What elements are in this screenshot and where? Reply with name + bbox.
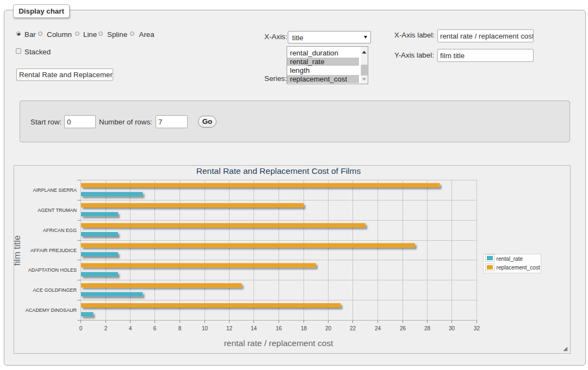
svg-text:8: 8 bbox=[178, 325, 182, 331]
svg-text:2: 2 bbox=[104, 325, 108, 331]
svg-text:14: 14 bbox=[251, 325, 257, 331]
svg-text:24: 24 bbox=[375, 325, 381, 331]
svg-text:rental_rate: rental_rate bbox=[497, 256, 523, 262]
svg-text:AFRICAN EGG: AFRICAN EGG bbox=[43, 228, 77, 233]
svg-text:30: 30 bbox=[449, 325, 455, 331]
svg-text:Rental Rate and Replacement Co: Rental Rate and Replacement Cost of Film… bbox=[196, 166, 361, 175]
svg-text:28: 28 bbox=[424, 325, 431, 331]
svg-text:AIRPLANE SIERRA: AIRPLANE SIERRA bbox=[33, 187, 77, 193]
svg-text:10: 10 bbox=[202, 325, 208, 331]
svg-text:0: 0 bbox=[79, 325, 83, 331]
svg-text:22: 22 bbox=[350, 325, 356, 331]
svg-text:20: 20 bbox=[325, 325, 332, 331]
svg-text:ADAPTATION HOLES: ADAPTATION HOLES bbox=[28, 267, 77, 273]
svg-text:AFFAIR PREJUDICE: AFFAIR PREJUDICE bbox=[30, 248, 77, 253]
svg-text:18: 18 bbox=[301, 325, 307, 331]
svg-text:6: 6 bbox=[153, 325, 157, 331]
svg-text:film title: film title bbox=[14, 235, 22, 266]
svg-text:replacement_cost: replacement_cost bbox=[497, 265, 541, 271]
svg-text:rental rate / replacement cost: rental rate / replacement cost bbox=[224, 338, 333, 348]
svg-text:26: 26 bbox=[400, 325, 406, 331]
svg-text:ACADEMY DINOSAUR: ACADEMY DINOSAUR bbox=[26, 308, 77, 313]
svg-text:4: 4 bbox=[129, 325, 132, 331]
svg-text:32: 32 bbox=[474, 325, 480, 331]
svg-text:12: 12 bbox=[226, 325, 233, 331]
svg-text:AGENT TRUMAN: AGENT TRUMAN bbox=[38, 208, 77, 213]
svg-text:16: 16 bbox=[276, 325, 282, 331]
svg-text:ACE GOLDFINGER: ACE GOLDFINGER bbox=[33, 287, 77, 293]
